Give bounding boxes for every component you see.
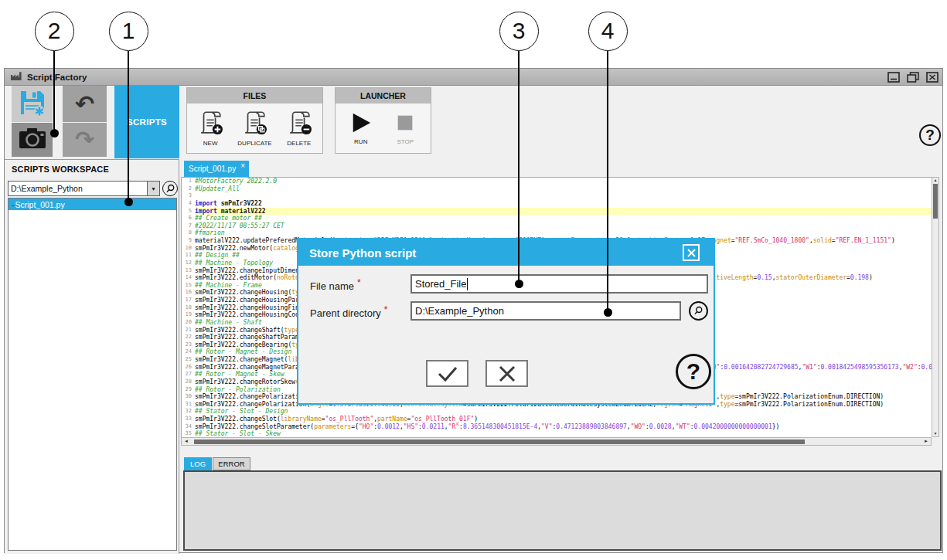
titlebar: Script Factory	[5, 69, 942, 86]
parent-directory-browse-button[interactable]	[689, 301, 708, 321]
window-controls	[887, 72, 938, 83]
line-number: 15	[182, 282, 195, 290]
code-line: 6## Create motor ##	[182, 215, 932, 222]
code-line: 3	[182, 192, 932, 200]
scroll-right-icon[interactable]: ►	[924, 438, 928, 445]
script-delete-icon	[286, 110, 312, 138]
line-number: 4	[182, 200, 195, 208]
line-number: 19	[182, 311, 195, 319]
log-output-area	[183, 470, 942, 551]
line-number: 5	[182, 208, 195, 216]
line-number: 14	[182, 274, 195, 282]
toolbar-group-launcher: LAUNCHERRUNSTOP	[335, 87, 431, 154]
close-button[interactable]	[926, 72, 938, 83]
help-icon[interactable]: ?	[919, 124, 941, 146]
toolbar-group-files: FILESNEWDUPLICATEDELETE	[186, 87, 323, 154]
save-script-button[interactable]	[12, 86, 53, 122]
scripts-tree: -Script_001.py	[8, 198, 177, 551]
workspace-path-combobox[interactable]: D:\Example_Python ▼	[8, 181, 160, 196]
line-number: 28	[182, 378, 195, 386]
dialog-close-button[interactable]	[683, 244, 700, 261]
tab-close-icon[interactable]: ×	[240, 161, 245, 170]
code-line: 8#fmarion	[182, 229, 932, 237]
delete-button[interactable]: DELETE	[286, 110, 312, 147]
scripts-workspace-title: SCRIPTS WORKSPACE	[12, 165, 109, 174]
horizontal-scrollbar-thumb[interactable]	[194, 440, 805, 444]
workspace-browse-button[interactable]	[162, 181, 178, 196]
file-name-input[interactable]: Stored_File	[410, 274, 708, 294]
line-number: 10	[182, 245, 195, 253]
line-number: 7	[182, 222, 195, 230]
editor-tab-script-001[interactable]: Script_001.py ×	[184, 161, 249, 177]
screenshot-camera-button[interactable]	[12, 123, 53, 157]
scroll-down-icon[interactable]: ▼	[932, 431, 938, 436]
line-number: 9	[182, 237, 195, 245]
parent-directory-label: Parent directory*	[310, 304, 387, 319]
code-text: ## Create motor ##	[195, 215, 932, 222]
line-number: 16	[182, 289, 195, 297]
script-new-icon	[197, 110, 223, 138]
line-number: 30	[182, 393, 195, 401]
check-icon	[437, 365, 458, 382]
line-number: 2	[182, 185, 195, 193]
line-number: 17	[182, 297, 195, 304]
line-number: 24	[182, 348, 195, 356]
tab-scripts[interactable]: SCRIPTS	[114, 86, 179, 158]
new-button[interactable]: NEW	[197, 110, 223, 147]
line-number: 27	[182, 371, 195, 378]
callout-circle-1: 1	[109, 12, 148, 51]
confirm-button[interactable]	[426, 360, 468, 387]
horizontal-scrollbar[interactable]: ◄ ►	[181, 437, 932, 446]
undo-button[interactable]: ↶	[63, 86, 107, 122]
code-line: 32## Stator - Slot - Design	[182, 408, 932, 416]
tree-expander-icon[interactable]: -	[12, 200, 15, 209]
line-number: 35	[182, 430, 195, 437]
tab-error[interactable]: ERROR	[213, 457, 250, 470]
restore-button[interactable]	[907, 72, 919, 83]
redo-icon: ↷	[75, 128, 94, 151]
vertical-scrollbar[interactable]: ▲ ▼	[932, 177, 939, 437]
redo-button: ↷	[63, 123, 107, 157]
tab-log[interactable]: LOG	[184, 457, 212, 470]
line-number: 33	[182, 416, 195, 423]
cancel-button[interactable]	[485, 360, 528, 387]
line-number: 34	[182, 423, 195, 431]
line-number: 22	[182, 334, 195, 341]
required-asterisk: *	[384, 304, 388, 315]
run-button[interactable]: RUN	[350, 112, 372, 145]
toolbar-item-label: DUPLICATE	[237, 140, 271, 147]
line-number: 1	[182, 178, 195, 185]
magnifier-icon	[165, 183, 176, 195]
callout-dot-2	[50, 129, 59, 137]
code-text: smPmIr3V222.changeSlot(libraryName="os_P…	[195, 416, 932, 423]
line-number: 26	[182, 364, 195, 372]
chevron-down-icon[interactable]: ▼	[147, 182, 159, 195]
minimize-button[interactable]	[887, 72, 900, 83]
stop-icon	[394, 112, 416, 137]
toolbar-item-label: DELETE	[287, 140, 311, 147]
code-text: #2022/11/17 08:55:27 CET	[195, 222, 932, 230]
tree-item-script_001.py[interactable]: -Script_001.py	[9, 199, 176, 210]
duplicate-button[interactable]: DUPLICATE	[237, 110, 271, 147]
line-number: 13	[182, 267, 195, 275]
parent-directory-input[interactable]: D:\Example_Python	[410, 301, 681, 321]
code-line: 35## Stator - Slot - Skew	[182, 430, 932, 437]
callout-circle-2: 2	[35, 12, 74, 51]
scroll-up-icon[interactable]: ▲	[932, 178, 938, 183]
file-name-label: File name*	[310, 277, 361, 292]
scroll-left-icon[interactable]: ◄	[184, 438, 189, 445]
callout-circle-4: 4	[588, 12, 628, 51]
callout-dot-4	[604, 308, 612, 317]
code-text: #Updater_All	[195, 185, 932, 193]
code-line: 34smPmIr3V222.changeSlotParameter(parame…	[182, 423, 932, 431]
dialog-help-icon[interactable]: ?	[676, 354, 711, 389]
vertical-scrollbar-thumb[interactable]	[933, 184, 938, 219]
stop-button: STOP	[394, 112, 416, 145]
input-value: D:\Example_Python	[415, 305, 504, 317]
callout-line-3	[518, 51, 519, 283]
line-number: 29	[182, 386, 195, 394]
code-line: 5import materialV222	[182, 208, 932, 216]
callout-circle-3: 3	[499, 12, 539, 51]
code-text: ## Stator - Slot - Skew	[195, 430, 932, 437]
toolbar-group-title: FILES	[187, 88, 322, 104]
